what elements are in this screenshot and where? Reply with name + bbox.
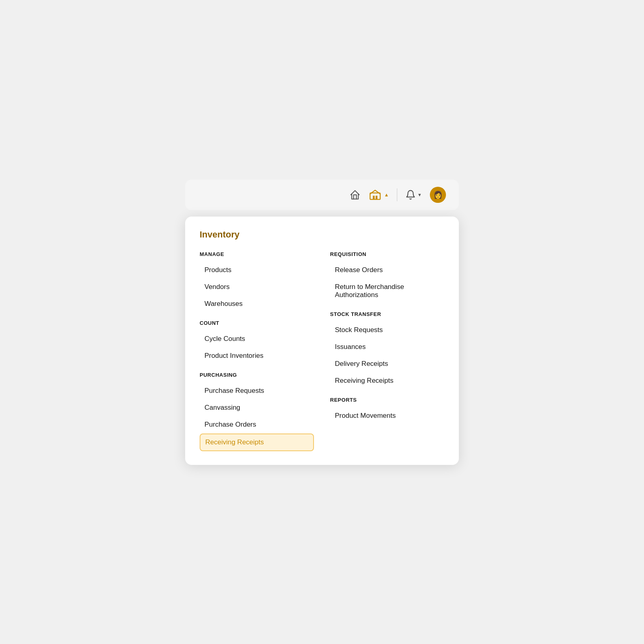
user-avatar[interactable]: 👩 bbox=[430, 187, 446, 203]
menu-item-vendors[interactable]: Vendors bbox=[200, 279, 314, 295]
menu-item-return-to-merchandise[interactable]: Return to Merchandise Authorizations bbox=[330, 279, 444, 303]
menu-item-receiving-receipts-left[interactable]: Receiving Receipts bbox=[200, 433, 314, 451]
header-icons: ▲ ▼ 👩 bbox=[349, 187, 446, 203]
menu-item-release-orders[interactable]: Release Orders bbox=[330, 262, 444, 278]
svg-rect-2 bbox=[376, 196, 378, 199]
menu-item-purchase-requests[interactable]: Purchase Requests bbox=[200, 383, 314, 399]
menu-item-delivery-receipts[interactable]: Delivery Receipts bbox=[330, 356, 444, 372]
section-label-purchasing: PURCHASING bbox=[200, 372, 314, 378]
menu-item-receiving-receipts-right[interactable]: Receiving Receipts bbox=[330, 373, 444, 389]
section-label-stock-transfer: STOCK TRANSFER bbox=[330, 311, 444, 317]
menu-item-canvassing[interactable]: Canvassing bbox=[200, 400, 314, 416]
notifications-button[interactable]: ▼ bbox=[405, 190, 422, 200]
menu-item-purchase-orders[interactable]: Purchase Orders bbox=[200, 417, 314, 433]
menu-item-products[interactable]: Products bbox=[200, 262, 314, 278]
menu-item-warehouses[interactable]: Warehouses bbox=[200, 296, 314, 312]
menu-item-product-movements[interactable]: Product Movements bbox=[330, 408, 444, 424]
menu-right-column: REQUISITION Release Orders Return to Mer… bbox=[330, 250, 444, 452]
inventory-caret-icon: ▲ bbox=[384, 192, 389, 198]
svg-rect-0 bbox=[370, 193, 380, 199]
menu-columns: MANAGE Products Vendors Warehouses COUNT… bbox=[185, 250, 459, 452]
section-label-manage: MANAGE bbox=[200, 251, 314, 257]
menu-item-product-inventories[interactable]: Product Inventories bbox=[200, 348, 314, 364]
home-button[interactable] bbox=[349, 189, 361, 200]
section-label-reports: REPORTS bbox=[330, 397, 444, 403]
avatar-emoji: 👩 bbox=[433, 190, 442, 199]
menu-left-column: MANAGE Products Vendors Warehouses COUNT… bbox=[200, 250, 330, 452]
section-label-requisition: REQUISITION bbox=[330, 251, 444, 257]
section-label-count: COUNT bbox=[200, 320, 314, 326]
menu-item-issuances[interactable]: Issuances bbox=[330, 339, 444, 355]
menu-item-cycle-counts[interactable]: Cycle Counts bbox=[200, 331, 314, 347]
header-divider bbox=[397, 188, 397, 201]
menu-item-stock-requests[interactable]: Stock Requests bbox=[330, 322, 444, 338]
bell-caret-icon: ▼ bbox=[417, 192, 422, 197]
menu-title: Inventory bbox=[185, 229, 459, 250]
inventory-dropdown-button[interactable]: ▲ bbox=[369, 188, 389, 201]
svg-rect-1 bbox=[373, 196, 375, 199]
page-wrapper: ▲ ▼ 👩 Inventory MAN bbox=[169, 155, 475, 489]
inventory-dropdown-menu: Inventory MANAGE Products Vendors Wareho… bbox=[185, 217, 459, 465]
header-bar: ▲ ▼ 👩 bbox=[185, 180, 459, 210]
